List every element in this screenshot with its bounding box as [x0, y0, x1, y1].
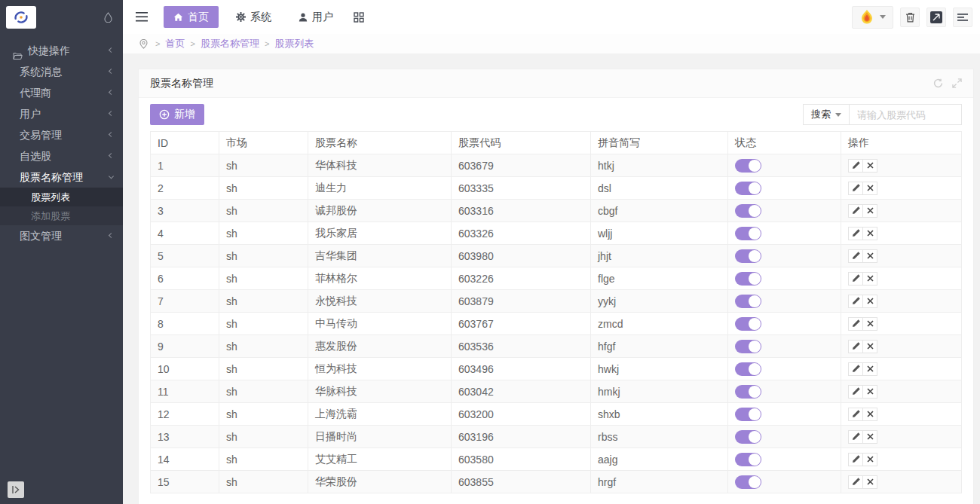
- delete-button[interactable]: [862, 385, 877, 399]
- cell-stock-name: 华荣股份: [308, 471, 452, 493]
- status-toggle[interactable]: [735, 227, 761, 240]
- x-icon: [867, 252, 874, 259]
- fullscreen-icon[interactable]: [952, 78, 962, 88]
- cell-id: 3: [151, 200, 219, 222]
- status-toggle[interactable]: [735, 272, 761, 286]
- cell-pinyin: shxb: [591, 403, 728, 426]
- delete-button[interactable]: [862, 159, 877, 173]
- status-toggle[interactable]: [735, 204, 761, 218]
- hamburger-menu-icon[interactable]: [133, 9, 150, 26]
- action-button-group: [848, 182, 877, 195]
- action-button-group: [848, 272, 877, 286]
- status-toggle[interactable]: [735, 385, 761, 399]
- edit-button[interactable]: [848, 182, 863, 195]
- panel-header: 股票名称管理: [139, 69, 973, 98]
- user-avatar-dropdown[interactable]: [852, 6, 893, 29]
- sidebar-collapse-button[interactable]: [8, 481, 24, 498]
- cell-id: 10: [151, 358, 219, 380]
- edit-button[interactable]: [848, 204, 863, 218]
- delete-button[interactable]: [862, 430, 877, 444]
- delete-button[interactable]: [862, 317, 877, 331]
- delete-button[interactable]: [862, 340, 877, 353]
- cell-market: sh: [219, 335, 308, 358]
- delete-button[interactable]: [862, 272, 877, 286]
- delete-button[interactable]: [862, 295, 877, 308]
- chevron-icon: [109, 153, 114, 158]
- edit-button[interactable]: [848, 159, 863, 173]
- edit-button[interactable]: [848, 385, 863, 399]
- delete-button[interactable]: [862, 475, 877, 489]
- sidebar-menu-item[interactable]: 图文管理: [0, 225, 123, 246]
- cell-id: 14: [151, 448, 219, 471]
- delete-button[interactable]: [862, 249, 877, 263]
- status-toggle[interactable]: [735, 453, 761, 466]
- clear-cache-button[interactable]: [900, 8, 920, 27]
- edit-button[interactable]: [848, 340, 863, 353]
- edit-button[interactable]: [848, 430, 863, 444]
- menu-item-label: 用户: [20, 108, 41, 120]
- cell-market: sh: [219, 222, 308, 245]
- cell-id: 7: [151, 290, 219, 313]
- delete-button[interactable]: [862, 182, 877, 195]
- sidebar-menu-item[interactable]: 代理商: [0, 82, 123, 103]
- cell-status: [728, 403, 841, 426]
- status-toggle[interactable]: [735, 408, 761, 421]
- sidebar-submenu-item[interactable]: 股票列表: [0, 188, 123, 206]
- more-menu-button[interactable]: [953, 8, 972, 27]
- sidebar-menu-item[interactable]: 快捷操作: [0, 40, 123, 61]
- edit-button[interactable]: [848, 317, 863, 331]
- sidebar-menu-item[interactable]: 用户: [0, 103, 123, 124]
- breadcrumb-item-stock-list[interactable]: 股票列表: [274, 37, 314, 50]
- status-toggle[interactable]: [735, 475, 761, 489]
- cell-market: sh: [219, 313, 308, 335]
- breadcrumb-item-home[interactable]: 首页: [165, 37, 185, 50]
- sidebar-menu-item[interactable]: 交易管理: [0, 124, 123, 145]
- table-row: 5 sh 吉华集团 603980 jhjt: [151, 245, 962, 267]
- add-button[interactable]: 新增: [150, 104, 204, 125]
- delete-button[interactable]: [862, 362, 877, 376]
- refresh-icon[interactable]: [933, 78, 943, 88]
- status-toggle[interactable]: [735, 430, 761, 444]
- water-drop-icon: [104, 12, 112, 23]
- cell-status: [728, 200, 841, 222]
- edit-button[interactable]: [848, 249, 863, 263]
- sidebar-menu-item[interactable]: 股票名称管理: [0, 166, 123, 188]
- edit-button[interactable]: [848, 453, 863, 466]
- status-toggle[interactable]: [735, 182, 761, 195]
- app-logo[interactable]: [6, 6, 36, 29]
- delete-button[interactable]: [862, 408, 877, 421]
- app: 快捷操作 系统消息 代理商 用户 交易管理 自选股 股票名称管理 股票列表 添加…: [0, 0, 980, 504]
- sidebar-menu-item[interactable]: 自选股: [0, 145, 123, 166]
- status-toggle[interactable]: [735, 295, 761, 308]
- edit-button[interactable]: [848, 362, 863, 376]
- tab-system[interactable]: 系统: [226, 6, 281, 28]
- cell-actions: [841, 403, 962, 426]
- delete-button[interactable]: [862, 227, 877, 240]
- open-external-button[interactable]: [926, 8, 946, 27]
- delete-button[interactable]: [862, 204, 877, 218]
- cell-stock-name: 上海洗霸: [308, 403, 452, 426]
- x-icon: [867, 185, 874, 191]
- status-toggle[interactable]: [735, 362, 761, 376]
- edit-button[interactable]: [848, 475, 863, 489]
- sidebar-submenu-item[interactable]: 添加股票: [0, 206, 123, 225]
- breadcrumb-item-stock-manage[interactable]: 股票名称管理: [201, 37, 259, 50]
- status-toggle[interactable]: [735, 317, 761, 331]
- sidebar-menu-item[interactable]: 系统消息: [0, 61, 123, 82]
- edit-button[interactable]: [848, 272, 863, 286]
- status-toggle[interactable]: [735, 340, 761, 353]
- edit-button[interactable]: [848, 227, 863, 240]
- status-toggle[interactable]: [735, 249, 761, 263]
- edit-button[interactable]: [848, 408, 863, 421]
- edit-button[interactable]: [848, 295, 863, 308]
- search-type-dropdown[interactable]: 搜索: [803, 104, 850, 125]
- tab-home[interactable]: 首页: [164, 6, 219, 28]
- tab-manager-button[interactable]: [349, 8, 369, 27]
- status-toggle[interactable]: [735, 159, 761, 173]
- action-button-group: [848, 227, 877, 240]
- delete-button[interactable]: [862, 453, 877, 466]
- search-input[interactable]: [849, 104, 962, 125]
- caret-down-icon: [835, 113, 841, 117]
- search-label: 搜索: [811, 108, 831, 121]
- tab-user[interactable]: 用户: [289, 6, 343, 28]
